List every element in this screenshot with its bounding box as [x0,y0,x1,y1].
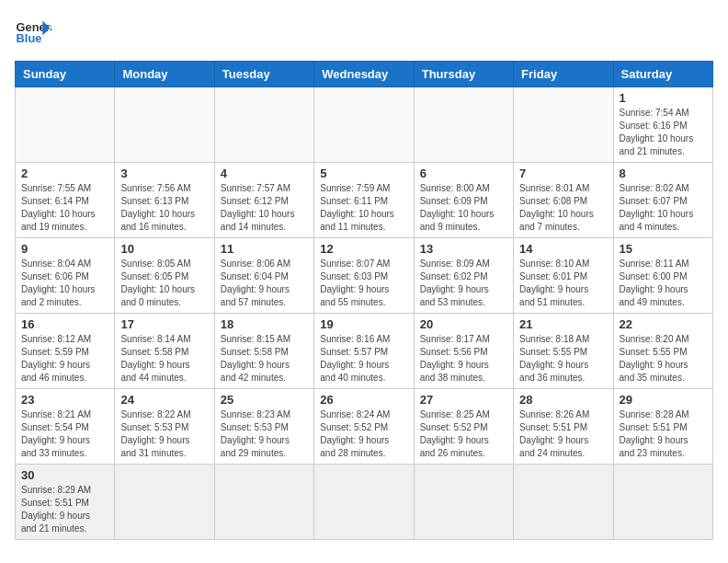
calendar-cell: 12Sunrise: 8:07 AM Sunset: 6:03 PM Dayli… [314,238,414,314]
day-info: Sunrise: 8:22 AM Sunset: 5:53 PM Dayligh… [120,408,208,460]
calendar-cell [115,87,214,163]
day-number: 11 [221,242,308,256]
calendar-cell [314,465,414,540]
day-number: 5 [320,167,407,180]
calendar-cell: 13Sunrise: 8:09 AM Sunset: 6:02 PM Dayli… [414,238,513,314]
day-info: Sunrise: 8:17 AM Sunset: 5:56 PM Dayligh… [420,333,507,385]
day-number: 10 [120,242,208,256]
day-number: 23 [21,393,108,407]
calendar-cell [115,465,214,540]
day-number: 14 [519,242,607,256]
calendar-cell [514,465,613,540]
calendar-cell [613,465,712,540]
calendar-cell: 24Sunrise: 8:22 AM Sunset: 5:53 PM Dayli… [115,389,214,465]
calendar-cell: 21Sunrise: 8:18 AM Sunset: 5:55 PM Dayli… [514,314,613,389]
calendar-cell: 17Sunrise: 8:14 AM Sunset: 5:58 PM Dayli… [115,314,214,389]
day-number: 15 [620,242,707,256]
day-info: Sunrise: 8:07 AM Sunset: 6:03 PM Dayligh… [320,258,407,309]
day-number: 17 [120,317,208,331]
calendar: SundayMondayTuesdayWednesdayThursdayFrid… [15,61,713,540]
day-number: 30 [21,468,108,482]
weekday-header-row: SundayMondayTuesdayWednesdayThursdayFrid… [16,62,713,87]
calendar-cell: 2Sunrise: 7:55 AM Sunset: 6:14 PM Daylig… [16,163,115,238]
day-info: Sunrise: 8:04 AM Sunset: 6:06 PM Dayligh… [21,258,108,309]
svg-text:Blue: Blue [17,31,42,45]
calendar-cell: 1Sunrise: 7:54 AM Sunset: 6:16 PM Daylig… [613,87,712,163]
calendar-cell: 29Sunrise: 8:28 AM Sunset: 5:51 PM Dayli… [613,389,712,465]
day-number: 1 [620,91,707,105]
day-number: 26 [320,393,407,407]
day-number: 28 [519,393,607,407]
day-number: 18 [221,317,308,331]
calendar-cell: 7Sunrise: 8:01 AM Sunset: 6:08 PM Daylig… [514,163,613,238]
calendar-row-1: 2Sunrise: 7:55 AM Sunset: 6:14 PM Daylig… [16,163,713,238]
calendar-cell: 23Sunrise: 8:21 AM Sunset: 5:54 PM Dayli… [16,389,115,465]
day-number: 4 [221,167,308,180]
calendar-cell: 10Sunrise: 8:05 AM Sunset: 6:05 PM Dayli… [115,238,214,314]
day-number: 21 [519,317,607,331]
calendar-cell: 26Sunrise: 8:24 AM Sunset: 5:52 PM Dayli… [314,389,414,465]
calendar-cell: 25Sunrise: 8:23 AM Sunset: 5:53 PM Dayli… [214,389,313,465]
day-number: 2 [21,167,108,180]
calendar-cell: 5Sunrise: 7:59 AM Sunset: 6:11 PM Daylig… [314,163,414,238]
calendar-cell: 19Sunrise: 8:16 AM Sunset: 5:57 PM Dayli… [314,314,414,389]
day-number: 9 [21,242,108,256]
day-info: Sunrise: 8:00 AM Sunset: 6:09 PM Dayligh… [420,182,507,234]
calendar-cell: 6Sunrise: 8:00 AM Sunset: 6:09 PM Daylig… [414,163,513,238]
day-info: Sunrise: 8:26 AM Sunset: 5:51 PM Dayligh… [519,408,607,460]
calendar-cell [16,87,115,163]
day-info: Sunrise: 8:20 AM Sunset: 5:55 PM Dayligh… [620,333,707,385]
day-number: 12 [320,242,407,256]
day-number: 24 [120,393,208,407]
day-number: 27 [420,393,507,407]
calendar-cell [514,87,613,163]
day-number: 3 [120,167,208,180]
day-info: Sunrise: 8:02 AM Sunset: 6:07 PM Dayligh… [620,182,707,234]
day-number: 13 [420,242,507,256]
day-info: Sunrise: 8:01 AM Sunset: 6:08 PM Dayligh… [519,182,607,234]
logo-icon: General Blue [15,15,51,52]
calendar-cell: 4Sunrise: 7:57 AM Sunset: 6:12 PM Daylig… [214,163,313,238]
logo: General Blue [15,15,51,52]
day-info: Sunrise: 8:15 AM Sunset: 5:58 PM Dayligh… [221,333,308,385]
day-info: Sunrise: 8:06 AM Sunset: 6:04 PM Dayligh… [221,258,308,309]
weekday-header-thursday: Thursday [414,62,513,87]
day-info: Sunrise: 8:23 AM Sunset: 5:53 PM Dayligh… [221,408,308,460]
calendar-cell: 11Sunrise: 8:06 AM Sunset: 6:04 PM Dayli… [214,238,313,314]
day-number: 20 [420,317,507,331]
day-number: 19 [320,317,407,331]
day-info: Sunrise: 8:29 AM Sunset: 5:51 PM Dayligh… [21,484,108,535]
calendar-cell: 8Sunrise: 8:02 AM Sunset: 6:07 PM Daylig… [613,163,712,238]
calendar-cell: 9Sunrise: 8:04 AM Sunset: 6:06 PM Daylig… [16,238,115,314]
calendar-cell: 16Sunrise: 8:12 AM Sunset: 5:59 PM Dayli… [16,314,115,389]
weekday-header-tuesday: Tuesday [214,62,313,87]
calendar-cell: 15Sunrise: 8:11 AM Sunset: 6:00 PM Dayli… [613,238,712,314]
calendar-row-5: 30Sunrise: 8:29 AM Sunset: 5:51 PM Dayli… [16,465,713,540]
day-info: Sunrise: 7:57 AM Sunset: 6:12 PM Dayligh… [221,182,308,234]
day-info: Sunrise: 8:12 AM Sunset: 5:59 PM Dayligh… [21,333,108,385]
weekday-header-friday: Friday [514,62,613,87]
day-info: Sunrise: 7:54 AM Sunset: 6:16 PM Dayligh… [620,107,707,158]
day-number: 8 [620,167,707,180]
header: General Blue [15,15,713,52]
day-info: Sunrise: 7:55 AM Sunset: 6:14 PM Dayligh… [21,182,108,234]
calendar-cell [314,87,414,163]
day-number: 29 [620,393,707,407]
calendar-cell: 20Sunrise: 8:17 AM Sunset: 5:56 PM Dayli… [414,314,513,389]
day-number: 7 [519,167,607,180]
calendar-cell: 18Sunrise: 8:15 AM Sunset: 5:58 PM Dayli… [214,314,313,389]
calendar-cell: 30Sunrise: 8:29 AM Sunset: 5:51 PM Dayli… [16,465,115,540]
day-info: Sunrise: 8:11 AM Sunset: 6:00 PM Dayligh… [620,258,707,309]
day-info: Sunrise: 8:25 AM Sunset: 5:52 PM Dayligh… [420,408,507,460]
day-info: Sunrise: 8:28 AM Sunset: 5:51 PM Dayligh… [620,408,707,460]
calendar-cell: 22Sunrise: 8:20 AM Sunset: 5:55 PM Dayli… [613,314,712,389]
day-info: Sunrise: 8:18 AM Sunset: 5:55 PM Dayligh… [519,333,607,385]
day-info: Sunrise: 8:10 AM Sunset: 6:01 PM Dayligh… [519,258,607,309]
calendar-cell: 14Sunrise: 8:10 AM Sunset: 6:01 PM Dayli… [514,238,613,314]
day-info: Sunrise: 8:21 AM Sunset: 5:54 PM Dayligh… [21,408,108,460]
day-info: Sunrise: 7:56 AM Sunset: 6:13 PM Dayligh… [120,182,208,234]
calendar-cell: 27Sunrise: 8:25 AM Sunset: 5:52 PM Dayli… [414,389,513,465]
calendar-row-0: 1Sunrise: 7:54 AM Sunset: 6:16 PM Daylig… [16,87,713,163]
weekday-header-saturday: Saturday [613,62,712,87]
day-number: 25 [221,393,308,407]
